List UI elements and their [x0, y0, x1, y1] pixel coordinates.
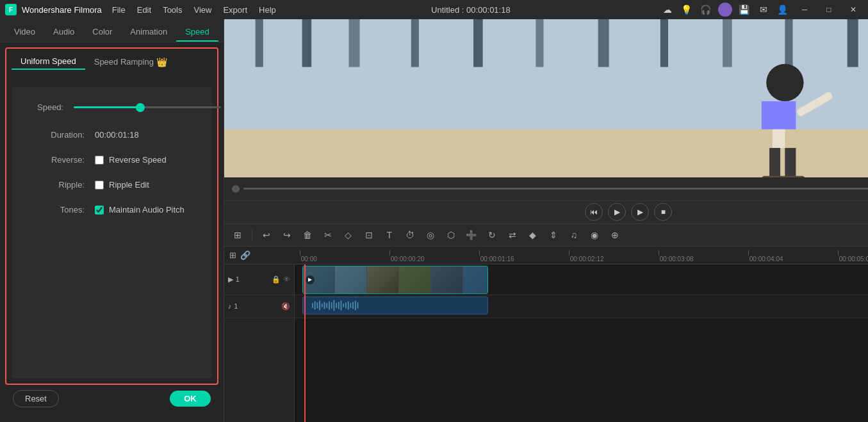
- bulb-icon[interactable]: 💡: [680, 3, 694, 17]
- save-icon[interactable]: 💾: [737, 3, 751, 17]
- link-icon[interactable]: 🔗: [240, 250, 250, 260]
- diamond-icon[interactable]: ◆: [525, 227, 541, 243]
- preview-area: [224, 19, 868, 177]
- ripple-checkbox-row: Ripple Edit: [95, 180, 149, 190]
- svg-rect-11: [660, 19, 668, 67]
- minimize-button[interactable]: ─: [795, 3, 814, 17]
- audio-icon[interactable]: ♫: [566, 227, 582, 243]
- reverse-checkbox-row: Reverse Speed: [95, 155, 167, 165]
- effects-icon[interactable]: ◎: [422, 227, 439, 243]
- stabilize-icon[interactable]: ◉: [586, 227, 603, 243]
- ripple-text[interactable]: Ripple Edit: [109, 180, 149, 190]
- rotate-icon[interactable]: ↻: [484, 227, 500, 243]
- playback-position-dot[interactable]: [232, 185, 240, 193]
- menu-help[interactable]: Help: [254, 4, 281, 16]
- ruler-mark-3: 00:00:02:12: [569, 250, 659, 263]
- reverse-text[interactable]: Reverse Speed: [109, 155, 167, 165]
- play-button[interactable]: ▶: [608, 203, 626, 221]
- redo-icon[interactable]: ↪: [279, 227, 295, 243]
- tab-color[interactable]: Color: [83, 23, 121, 42]
- close-button[interactable]: ✕: [844, 3, 863, 17]
- tab-speed[interactable]: Speed: [176, 23, 218, 42]
- stop-button[interactable]: ■: [654, 203, 672, 221]
- crop-icon[interactable]: ◇: [340, 227, 357, 243]
- preview-video: [224, 19, 868, 177]
- ruler-mark-6: 00:00:05:00: [838, 250, 868, 263]
- timeline-header-row: ⊞ 🔗 00:00 00:00:00:20 00:00:01:16: [224, 247, 868, 264]
- cut-icon[interactable]: ✂: [320, 227, 336, 243]
- mail-icon[interactable]: ✉: [757, 3, 771, 17]
- maintain-audio-pitch-checkbox[interactable]: [95, 206, 104, 215]
- tab-animation[interactable]: Animation: [121, 23, 176, 42]
- speed-slider-container: [74, 100, 224, 115]
- tones-label: Tones:: [37, 205, 95, 215]
- video-clip[interactable]: ▶: [302, 266, 488, 294]
- audio-mute-icon[interactable]: 🔇: [281, 302, 290, 311]
- svg-rect-41: [336, 303, 337, 307]
- add-track-icon[interactable]: ⊞: [229, 250, 236, 260]
- tab-video[interactable]: Video: [5, 23, 44, 42]
- title-bar: F Wondershare Filmora File Edit Tools Vi…: [0, 0, 868, 19]
- step-forward-button[interactable]: ▶: [631, 203, 649, 221]
- menu-edit[interactable]: Edit: [132, 4, 156, 16]
- reverse-row: Reverse: Reverse Speed: [37, 155, 186, 165]
- menu-file[interactable]: File: [107, 4, 131, 16]
- menu-tools[interactable]: Tools: [158, 4, 187, 16]
- speed-panel: Uniform Speed Speed Ramping 👑 Speed:: [0, 42, 224, 422]
- reset-button[interactable]: Reset: [13, 390, 59, 407]
- layout-icon[interactable]: ⊞: [229, 227, 246, 243]
- adjust-icon[interactable]: ⇕: [545, 227, 562, 243]
- menu-export[interactable]: Export: [218, 4, 252, 16]
- svg-rect-31: [312, 303, 313, 307]
- user-avatar[interactable]: [718, 3, 732, 17]
- support-icon[interactable]: 🎧: [699, 3, 713, 17]
- maximize-button[interactable]: □: [819, 3, 839, 17]
- ruler-mark-0: 00:00: [300, 250, 389, 263]
- more-icon[interactable]: ⊕: [607, 227, 623, 243]
- maintain-audio-pitch-label[interactable]: Maintain Audio Pitch: [109, 205, 184, 215]
- video-eye-icon[interactable]: 👁: [283, 275, 290, 284]
- mask-icon[interactable]: ⬡: [443, 227, 459, 243]
- clock-icon[interactable]: ⏱: [402, 227, 418, 243]
- tones-row: Tones: Maintain Audio Pitch: [37, 205, 186, 215]
- user-icon[interactable]: 👤: [776, 3, 790, 17]
- svg-rect-12: [723, 19, 732, 67]
- step-back-button[interactable]: ⏮: [585, 203, 603, 221]
- audio-track-number: 1: [234, 302, 238, 310]
- speed-row: Speed:: [37, 100, 186, 115]
- time-progress-bar[interactable]: [243, 188, 868, 190]
- ok-button[interactable]: OK: [170, 391, 211, 407]
- speed-slider[interactable]: [74, 106, 221, 108]
- menu-view[interactable]: View: [188, 4, 217, 16]
- svg-rect-7: [411, 19, 419, 67]
- svg-rect-6: [348, 19, 359, 67]
- speed-ramping-tab[interactable]: Speed Ramping 👑: [85, 54, 176, 70]
- svg-rect-23: [762, 176, 805, 177]
- video-track-label: ▶ 1 🔒 👁: [224, 264, 294, 295]
- svg-rect-39: [331, 302, 332, 308]
- uniform-speed-tab[interactable]: Uniform Speed: [12, 54, 85, 70]
- playhead[interactable]: [304, 264, 306, 423]
- video-lock-icon[interactable]: 🔒: [272, 275, 281, 284]
- track-content: ▶: [295, 264, 868, 423]
- svg-rect-20: [762, 101, 796, 129]
- ripple-checkbox[interactable]: [95, 181, 104, 190]
- playback-bar: ⏮ ▶ ▶ ■ Full 🖥 📷 🔊 ⬛ ⛶: [224, 200, 868, 223]
- reverse-checkbox[interactable]: [95, 156, 104, 165]
- add-media-icon[interactable]: ➕: [463, 227, 480, 243]
- left-panel: Video Audio Color Animation Speed Unifor…: [0, 19, 224, 422]
- delete-icon[interactable]: 🗑: [299, 227, 316, 243]
- transform-icon[interactable]: ⊡: [361, 227, 377, 243]
- text-icon[interactable]: T: [381, 227, 398, 243]
- svg-rect-48: [352, 302, 354, 309]
- svg-rect-36: [323, 302, 325, 309]
- undo-icon[interactable]: ↩: [258, 227, 275, 243]
- svg-rect-22: [785, 148, 796, 177]
- svg-point-18: [766, 64, 803, 101]
- title-bar-left: F Wondershare Filmora File Edit Tools Vi…: [5, 4, 281, 16]
- video-track-controls: 🔒 👁: [272, 275, 290, 284]
- tab-audio[interactable]: Audio: [44, 23, 83, 42]
- replace-icon[interactable]: ⇄: [504, 227, 521, 243]
- cloud-icon[interactable]: ☁: [660, 3, 675, 17]
- audio-clip[interactable]: [302, 296, 488, 314]
